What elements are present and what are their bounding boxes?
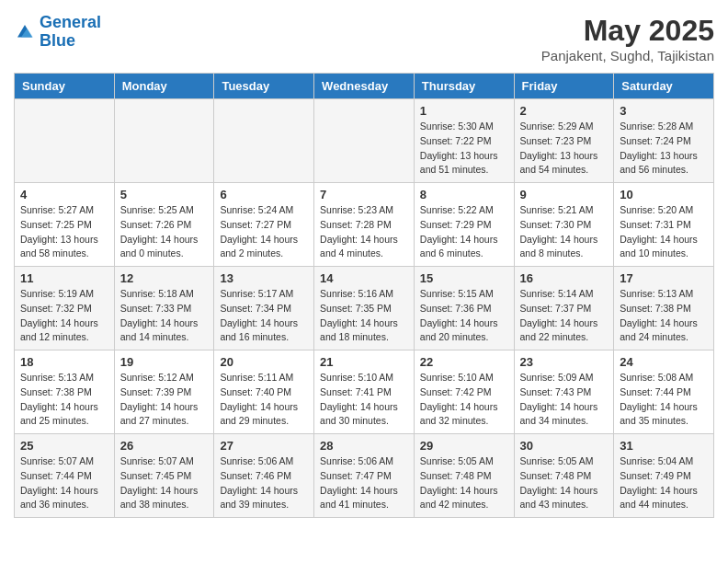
sunset-text: Sunset: 7:38 PM xyxy=(20,385,108,400)
calendar-week-1: 1 Sunrise: 5:30 AM Sunset: 7:22 PM Dayli… xyxy=(15,99,714,183)
sunset-text: Sunset: 7:47 PM xyxy=(320,469,408,484)
calendar-week-5: 25 Sunrise: 5:07 AM Sunset: 7:44 PM Dayl… xyxy=(15,434,714,518)
sunset-text: Sunset: 7:22 PM xyxy=(420,134,508,149)
day-info: Sunrise: 5:21 AM Sunset: 7:30 PM Dayligh… xyxy=(520,203,609,261)
sunrise-text: Sunrise: 5:11 AM xyxy=(220,371,308,385)
sunset-text: Sunset: 7:32 PM xyxy=(20,302,108,316)
sunset-text: Sunset: 7:29 PM xyxy=(420,218,508,233)
daylight-text: Daylight: 14 hours and 12 minutes. xyxy=(20,316,108,346)
title-block: May 2025 Panjakent, Sughd, Tajikistan xyxy=(541,14,714,63)
sunrise-text: Sunrise: 5:20 AM xyxy=(620,203,708,218)
sunrise-text: Sunrise: 5:09 AM xyxy=(520,371,609,385)
daylight-text: Daylight: 14 hours and 20 minutes. xyxy=(420,316,508,346)
day-number: 30 xyxy=(520,439,609,453)
logo-line1: General xyxy=(40,13,101,31)
day-info: Sunrise: 5:07 AM Sunset: 7:45 PM Dayligh… xyxy=(120,454,209,512)
daylight-text: Daylight: 14 hours and 36 minutes. xyxy=(20,484,108,513)
day-number: 18 xyxy=(20,355,108,369)
sunset-text: Sunset: 7:26 PM xyxy=(120,218,209,233)
daylight-text: Daylight: 13 hours and 54 minutes. xyxy=(520,149,609,178)
sunrise-text: Sunrise: 5:21 AM xyxy=(520,203,609,218)
daylight-text: Daylight: 14 hours and 8 minutes. xyxy=(520,233,609,262)
day-info: Sunrise: 5:30 AM Sunset: 7:22 PM Dayligh… xyxy=(420,120,508,178)
day-number: 8 xyxy=(420,188,508,201)
calendar-cell-2-1: 4 Sunrise: 5:27 AM Sunset: 7:25 PM Dayli… xyxy=(15,183,115,267)
sunset-text: Sunset: 7:25 PM xyxy=(20,218,108,233)
calendar-cell-5-4: 28 Sunrise: 5:06 AM Sunset: 7:47 PM Dayl… xyxy=(314,434,415,518)
sunset-text: Sunset: 7:48 PM xyxy=(420,469,508,484)
calendar-header: SundayMondayTuesdayWednesdayThursdayFrid… xyxy=(15,74,714,99)
daylight-text: Daylight: 14 hours and 10 minutes. xyxy=(620,233,708,262)
day-number: 23 xyxy=(520,355,609,369)
sunrise-text: Sunrise: 5:12 AM xyxy=(120,371,209,385)
day-number: 25 xyxy=(20,439,108,453)
calendar-table: SundayMondayTuesdayWednesdayThursdayFrid… xyxy=(14,73,714,518)
logo-icon xyxy=(14,21,36,43)
daylight-text: Daylight: 14 hours and 4 minutes. xyxy=(320,233,408,262)
daylight-text: Daylight: 14 hours and 16 minutes. xyxy=(220,316,308,346)
daylight-text: Daylight: 14 hours and 42 minutes. xyxy=(420,484,508,513)
day-number: 20 xyxy=(220,355,308,369)
day-info: Sunrise: 5:12 AM Sunset: 7:39 PM Dayligh… xyxy=(120,371,209,429)
day-number: 19 xyxy=(120,355,209,369)
calendar-cell-3-5: 15 Sunrise: 5:15 AM Sunset: 7:36 PM Dayl… xyxy=(414,267,514,350)
day-info: Sunrise: 5:05 AM Sunset: 7:48 PM Dayligh… xyxy=(520,454,609,512)
calendar-cell-4-6: 23 Sunrise: 5:09 AM Sunset: 7:43 PM Dayl… xyxy=(514,350,614,434)
calendar-cell-3-3: 13 Sunrise: 5:17 AM Sunset: 7:34 PM Dayl… xyxy=(214,267,314,350)
weekday-header-monday: Monday xyxy=(114,74,214,99)
sunrise-text: Sunrise: 5:18 AM xyxy=(120,287,209,302)
day-info: Sunrise: 5:04 AM Sunset: 7:49 PM Dayligh… xyxy=(620,454,708,512)
calendar-cell-2-3: 6 Sunrise: 5:24 AM Sunset: 7:27 PM Dayli… xyxy=(214,183,314,267)
logo-text: General Blue xyxy=(40,14,101,51)
day-number: 16 xyxy=(520,271,609,285)
weekday-header-row: SundayMondayTuesdayWednesdayThursdayFrid… xyxy=(15,74,714,99)
calendar-cell-2-5: 8 Sunrise: 5:22 AM Sunset: 7:29 PM Dayli… xyxy=(414,183,514,267)
calendar-cell-5-3: 27 Sunrise: 5:06 AM Sunset: 7:46 PM Dayl… xyxy=(214,434,314,518)
calendar-cell-3-2: 12 Sunrise: 5:18 AM Sunset: 7:33 PM Dayl… xyxy=(114,267,214,350)
sunset-text: Sunset: 7:41 PM xyxy=(320,385,408,400)
calendar-cell-3-6: 16 Sunrise: 5:14 AM Sunset: 7:37 PM Dayl… xyxy=(514,267,614,350)
sunrise-text: Sunrise: 5:17 AM xyxy=(220,287,308,302)
daylight-text: Daylight: 14 hours and 25 minutes. xyxy=(20,400,108,430)
sunset-text: Sunset: 7:49 PM xyxy=(620,469,708,484)
day-number: 9 xyxy=(520,188,609,201)
daylight-text: Daylight: 14 hours and 39 minutes. xyxy=(220,484,308,513)
day-info: Sunrise: 5:05 AM Sunset: 7:48 PM Dayligh… xyxy=(420,454,508,512)
day-info: Sunrise: 5:14 AM Sunset: 7:37 PM Dayligh… xyxy=(520,287,609,345)
calendar-cell-4-3: 20 Sunrise: 5:11 AM Sunset: 7:40 PM Dayl… xyxy=(214,350,314,434)
daylight-text: Daylight: 14 hours and 14 minutes. xyxy=(120,316,209,346)
sunset-text: Sunset: 7:34 PM xyxy=(220,302,308,316)
sunrise-text: Sunrise: 5:24 AM xyxy=(220,203,308,218)
daylight-text: Daylight: 14 hours and 41 minutes. xyxy=(320,484,408,513)
day-number: 28 xyxy=(320,439,408,453)
day-number: 3 xyxy=(620,104,708,118)
sunrise-text: Sunrise: 5:16 AM xyxy=(320,287,408,302)
calendar-cell-2-4: 7 Sunrise: 5:23 AM Sunset: 7:28 PM Dayli… xyxy=(314,183,415,267)
day-number: 22 xyxy=(420,355,508,369)
month-title: May 2025 xyxy=(541,14,714,48)
sunset-text: Sunset: 7:39 PM xyxy=(120,385,209,400)
day-info: Sunrise: 5:22 AM Sunset: 7:29 PM Dayligh… xyxy=(420,203,508,261)
calendar-cell-5-7: 31 Sunrise: 5:04 AM Sunset: 7:49 PM Dayl… xyxy=(614,434,714,518)
calendar-cell-4-5: 22 Sunrise: 5:10 AM Sunset: 7:42 PM Dayl… xyxy=(414,350,514,434)
weekday-header-thursday: Thursday xyxy=(414,74,514,99)
calendar-cell-1-3 xyxy=(214,99,314,183)
daylight-text: Daylight: 14 hours and 29 minutes. xyxy=(220,400,308,430)
daylight-text: Daylight: 14 hours and 2 minutes. xyxy=(220,233,308,262)
daylight-text: Daylight: 14 hours and 18 minutes. xyxy=(320,316,408,346)
sunrise-text: Sunrise: 5:04 AM xyxy=(620,454,708,469)
sunset-text: Sunset: 7:33 PM xyxy=(120,302,209,316)
day-number: 5 xyxy=(120,188,209,201)
calendar-cell-4-1: 18 Sunrise: 5:13 AM Sunset: 7:38 PM Dayl… xyxy=(15,350,115,434)
calendar-cell-5-5: 29 Sunrise: 5:05 AM Sunset: 7:48 PM Dayl… xyxy=(414,434,514,518)
sunrise-text: Sunrise: 5:06 AM xyxy=(320,454,408,469)
weekday-header-saturday: Saturday xyxy=(614,74,714,99)
sunset-text: Sunset: 7:45 PM xyxy=(120,469,209,484)
daylight-text: Daylight: 14 hours and 27 minutes. xyxy=(120,400,209,430)
day-number: 1 xyxy=(420,104,508,118)
sunset-text: Sunset: 7:31 PM xyxy=(620,218,708,233)
sunset-text: Sunset: 7:27 PM xyxy=(220,218,308,233)
daylight-text: Daylight: 14 hours and 6 minutes. xyxy=(420,233,508,262)
sunrise-text: Sunrise: 5:14 AM xyxy=(520,287,609,302)
sunset-text: Sunset: 7:46 PM xyxy=(220,469,308,484)
